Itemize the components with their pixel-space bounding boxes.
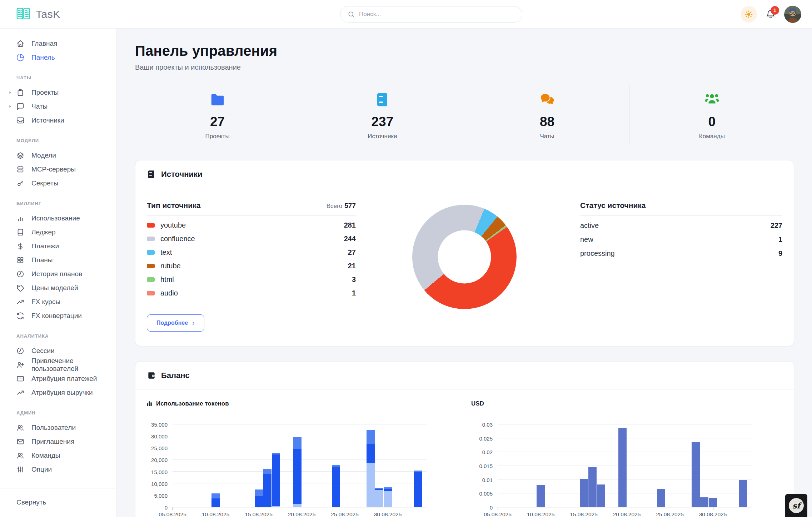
bar[interactable] xyxy=(580,424,588,507)
sidebar-item-label: Чаты xyxy=(31,103,48,110)
server-icon xyxy=(16,165,24,173)
bar[interactable] xyxy=(255,424,263,507)
x-tick-label: 30.08.2025 xyxy=(374,511,402,517)
search-bar[interactable] xyxy=(340,6,522,23)
sidebar-item[interactable]: Леджер xyxy=(0,225,116,239)
y-tick-label: 0 xyxy=(490,504,493,511)
tag-icon xyxy=(16,284,24,292)
sidebar-section-label: АДМИН xyxy=(0,410,116,416)
chevron-right-icon[interactable] xyxy=(8,90,12,95)
status-value: 1 xyxy=(778,235,782,244)
sidebar-item[interactable]: Опции xyxy=(0,462,116,476)
wallet-icon xyxy=(147,371,156,380)
details-button[interactable]: Подробнее › xyxy=(147,314,204,332)
search-input[interactable] xyxy=(359,11,515,18)
sidebar-collapse-button[interactable]: Свернуть xyxy=(0,488,116,517)
chevron-right-icon: › xyxy=(192,319,195,326)
sidebar-item[interactable]: FX курсы xyxy=(0,295,116,309)
stat-card: 0Команды xyxy=(629,85,794,145)
bar[interactable] xyxy=(692,424,700,507)
search-icon xyxy=(348,11,355,18)
sidebar-item-label: FX конвертации xyxy=(31,312,82,320)
sidebar-item[interactable]: Атрибуция платежей xyxy=(0,372,116,386)
sidebar-item[interactable]: Панель xyxy=(0,50,116,64)
bar[interactable] xyxy=(332,424,340,507)
x-tick-label: 10.08.2025 xyxy=(202,511,230,517)
page-subtitle: Ваши проекты и использование xyxy=(135,63,794,71)
bar[interactable] xyxy=(293,424,302,507)
sun-icon xyxy=(744,10,753,19)
bar[interactable] xyxy=(272,424,280,507)
sidebar-item[interactable]: Пользователи xyxy=(0,421,116,434)
stat-card: 237Источники xyxy=(300,85,464,145)
sidebar-item[interactable]: Модели xyxy=(0,148,116,162)
bar[interactable] xyxy=(597,424,605,507)
sidebar-item[interactable]: Чаты xyxy=(0,99,116,113)
bar-chart-icon xyxy=(146,401,153,407)
y-tick-label: 5,000 xyxy=(154,493,168,499)
page-title: Панель управления xyxy=(135,43,794,59)
bar[interactable] xyxy=(211,424,220,507)
sidebar-item[interactable]: Секреты xyxy=(0,176,116,190)
legend-value: 3 xyxy=(352,275,356,284)
bar[interactable] xyxy=(537,424,545,507)
legend-row: audio1 xyxy=(147,289,356,297)
status-label: processing xyxy=(580,249,615,258)
source-type-donut-chart xyxy=(412,205,517,309)
sidebar-item[interactable]: Привлечение пользователей xyxy=(0,358,116,372)
sidebar-item[interactable]: Планы xyxy=(0,253,116,267)
bar[interactable] xyxy=(618,424,627,507)
sidebar-item-label: История планов xyxy=(31,270,82,278)
bar[interactable] xyxy=(700,424,708,507)
y-tick-label: 10,000 xyxy=(151,481,168,487)
bar[interactable] xyxy=(739,424,747,507)
sidebar-item[interactable]: MCP-серверы xyxy=(0,162,116,176)
legend-row: html3 xyxy=(147,275,356,284)
tokens-usage-chart: Использование токенов 05,00010,00015,000… xyxy=(143,400,427,517)
sidebar-item[interactable]: Команды xyxy=(0,448,116,462)
legend-value: 1 xyxy=(352,289,356,297)
sources-card-title: Источники xyxy=(161,170,203,179)
bar[interactable] xyxy=(414,424,422,507)
bar[interactable] xyxy=(367,424,375,507)
bar[interactable] xyxy=(709,424,717,507)
trend-icon xyxy=(16,298,24,306)
app-logo[interactable]: TasK xyxy=(0,6,116,23)
symfony-profiler-badge[interactable]: sf xyxy=(785,494,807,517)
legend-value: 27 xyxy=(348,248,356,257)
sidebar-item[interactable]: Атрибуция выручки xyxy=(0,386,116,399)
sidebar-item[interactable]: Цены моделей xyxy=(0,281,116,295)
bar[interactable] xyxy=(384,424,392,507)
sidebar-item[interactable]: FX конвертации xyxy=(0,309,116,323)
theme-toggle-button[interactable] xyxy=(741,6,757,23)
clock-icon xyxy=(16,347,24,355)
sidebar-item[interactable]: Платежи xyxy=(0,239,116,253)
x-tick-label: 15.08.2025 xyxy=(245,511,273,517)
bar[interactable] xyxy=(263,424,272,507)
sidebar-item[interactable]: Приглашения xyxy=(0,434,116,448)
refresh-icon xyxy=(16,312,24,320)
book-logo-icon xyxy=(16,6,31,23)
user-avatar[interactable] xyxy=(784,6,801,23)
sidebar-item-label: FX курсы xyxy=(31,298,60,306)
sidebar-item[interactable]: Проекты xyxy=(0,85,116,99)
bar[interactable] xyxy=(375,424,383,507)
legend-swatch xyxy=(147,223,155,228)
sidebar-item[interactable]: Главная xyxy=(0,36,116,50)
sidebar-item-label: Леджер xyxy=(31,228,56,236)
sidebar-item[interactable]: Источники xyxy=(0,113,116,127)
stat-value: 88 xyxy=(540,114,554,129)
folder-icon xyxy=(209,91,226,109)
bar[interactable] xyxy=(588,424,597,507)
chevron-right-icon[interactable] xyxy=(8,104,12,109)
book-solid-icon xyxy=(374,91,390,109)
notifications-button[interactable]: 1 xyxy=(763,6,778,23)
legend-swatch xyxy=(147,291,155,295)
sidebar: ГлавнаяПанельЧАТЫПроектыЧатыИсточникиМОД… xyxy=(0,29,116,517)
sidebar-item-label: Цены моделей xyxy=(31,284,78,292)
pie-icon xyxy=(16,54,24,61)
sidebar-item[interactable]: История планов xyxy=(0,267,116,281)
sidebar-item[interactable]: Сессии xyxy=(0,344,116,358)
bar[interactable] xyxy=(657,424,665,507)
sidebar-item[interactable]: Использование xyxy=(0,211,116,225)
